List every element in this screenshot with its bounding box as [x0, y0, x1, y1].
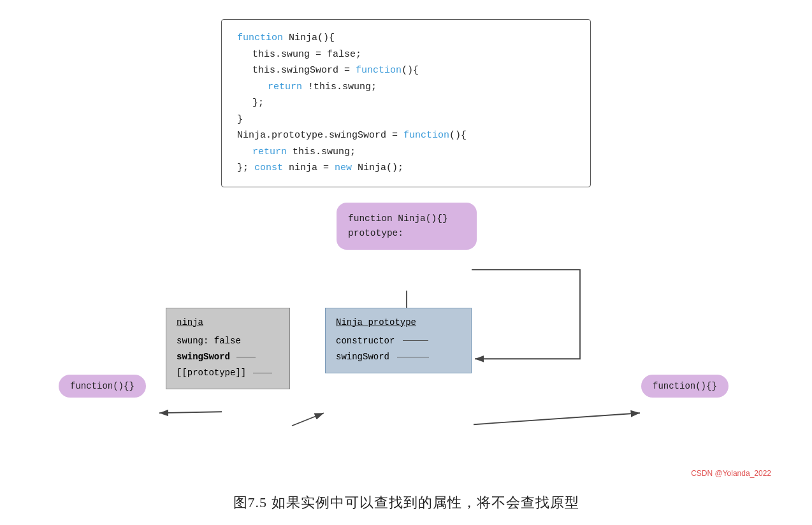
ninja-obj-box: ninja swung: false swingSword [[prototyp… — [166, 308, 290, 390]
obj-row1: swung: false — [177, 336, 241, 346]
func-pill-right: function(){} — [641, 375, 729, 398]
prototype-row2: swingSword — [336, 352, 429, 362]
watermark: CSDN @Yolanda_2022 — [691, 469, 771, 478]
svg-line-4 — [292, 413, 324, 426]
code-block: function Ninja(){ this.swung = false; th… — [221, 19, 591, 187]
ninja-func-box: function Ninja(){} prototype: — [337, 203, 477, 250]
obj-row3: [[prototype]] — [177, 368, 272, 378]
svg-line-5 — [474, 413, 640, 424]
caption-label: 图7.5 — [233, 494, 268, 510]
ninja-prototype-box: Ninja prototype constructor swingSword — [325, 308, 472, 374]
code-keyword-function: function — [237, 32, 283, 43]
caption: 图7.5 如果实例中可以查找到的属性，将不会查找原型 — [233, 493, 579, 512]
caption-text: 如果实例中可以查找到的属性，将不会查找原型 — [272, 494, 579, 510]
obj-row2: swingSword — [177, 352, 256, 362]
ninja-func-line1: function Ninja(){} — [348, 213, 448, 224]
ninja-func-line2: prototype: — [348, 228, 403, 238]
diagram-area: function Ninja(){} prototype: Ninja prot… — [25, 203, 787, 484]
svg-line-3 — [159, 412, 222, 413]
func-pill-left: function(){} — [59, 375, 146, 398]
obj-box-inner: ninja swung: false swingSword [[prototyp… — [166, 308, 290, 390]
obj-title: ninja — [177, 315, 279, 331]
prototype-row1: constructor — [336, 336, 428, 346]
prototype-box-inner: Ninja prototype constructor swingSword — [325, 308, 472, 374]
page-container: function Ninja(){ this.swung = false; th… — [0, 0, 812, 525]
prototype-title: Ninja prototype — [336, 315, 461, 331]
